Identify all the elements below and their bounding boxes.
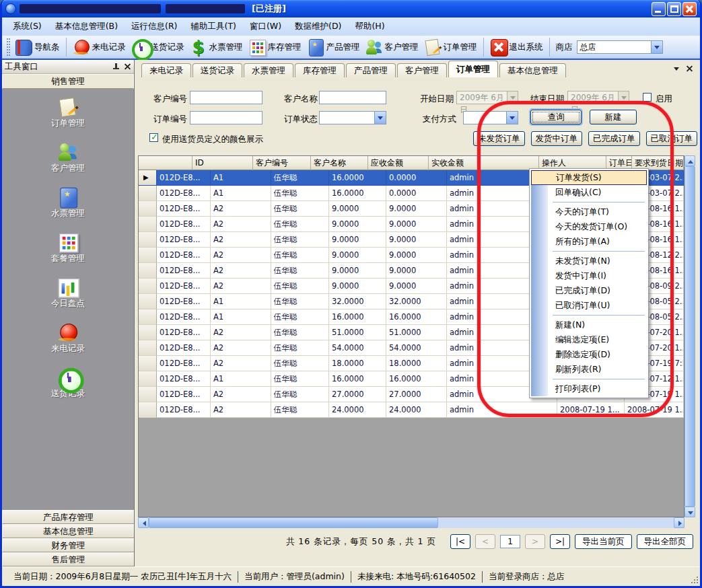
tab-close-icon[interactable] (686, 65, 693, 73)
context-menu-item[interactable] (531, 377, 647, 381)
sidebar-group-bar[interactable]: 售后管理 (2, 552, 134, 566)
close-button[interactable] (682, 2, 697, 16)
nav-bar-button[interactable]: 导航条 (12, 37, 63, 57)
tab-list-dropdown-icon[interactable] (674, 67, 679, 73)
pay-method-combobox[interactable] (463, 111, 518, 124)
context-menu-item[interactable]: 编辑选定项(E) (531, 332, 647, 347)
page-number-input[interactable] (500, 535, 520, 548)
sidebar-item[interactable]: 订单管理 (51, 98, 85, 129)
menubar-item[interactable]: 窗口(W) (243, 19, 288, 34)
menubar-item[interactable]: 基本信息管理(B) (48, 19, 125, 34)
toolbar-button[interactable]: 客户管理 (363, 37, 421, 57)
new-button[interactable]: 新建 (590, 110, 637, 124)
horizontal-scrollbar[interactable] (138, 517, 685, 528)
customer-name-input[interactable] (319, 91, 386, 104)
scroll-down-icon[interactable] (685, 507, 695, 517)
scroll-left-icon[interactable] (138, 517, 149, 528)
order-no-input[interactable] (190, 111, 262, 124)
pin-icon[interactable] (112, 63, 120, 71)
sidebar-item[interactable]: 来电记录 (51, 324, 85, 355)
end-date-picker[interactable]: 2009年 6月 8日 (567, 91, 629, 104)
query-button[interactable]: 查询 (530, 110, 582, 124)
status-filter-button[interactable]: 已完成订单 (588, 131, 640, 146)
minimize-button[interactable] (652, 2, 666, 16)
tab[interactable]: 客户管理 (397, 63, 447, 77)
row-selector-cell[interactable] (139, 356, 157, 371)
row-selector-cell[interactable] (139, 232, 157, 248)
row-selector-cell[interactable] (139, 309, 157, 325)
tab[interactable]: 送货记录 (192, 63, 242, 77)
status-filter-button[interactable]: 已取消订单 (646, 131, 698, 146)
next-page-button[interactable]: > (525, 534, 545, 549)
vertical-scrollbar-thumb[interactable] (685, 166, 695, 507)
menubar-item[interactable]: 数据维护(D) (288, 19, 348, 34)
toolbar-button[interactable]: 订单管理 (421, 37, 480, 57)
row-selector-cell[interactable] (139, 217, 157, 232)
row-selector-cell[interactable] (139, 325, 157, 340)
context-menu-item[interactable] (531, 200, 647, 205)
shop-combobox[interactable]: 总店 (577, 40, 663, 54)
context-menu-item[interactable]: 今天的订单(T) (531, 205, 647, 219)
tab[interactable]: 订单管理 (448, 61, 498, 77)
toolbar-button[interactable]: 水票管理 (187, 37, 246, 57)
maximize-button[interactable] (667, 2, 681, 16)
tab[interactable]: 来电记录 (141, 63, 191, 77)
table-header-cell[interactable]: ID (192, 156, 253, 170)
context-menu-item[interactable]: 新建(N) (531, 318, 647, 332)
scroll-right-icon[interactable] (674, 517, 685, 528)
context-menu-item[interactable]: 已完成订单(D) (531, 283, 647, 298)
horizontal-scrollbar-thumb[interactable] (149, 517, 438, 528)
sidebar-group-bar[interactable]: 基本信息管理 (2, 524, 134, 538)
sidebar-item[interactable]: 水票管理 (51, 188, 85, 219)
close-icon[interactable] (124, 63, 131, 71)
sidebar-item[interactable]: 客户管理 (51, 143, 85, 174)
last-page-button[interactable]: >| (550, 534, 570, 549)
toolbar-button[interactable]: 产品管理 (304, 37, 363, 57)
table-header-cell[interactable] (139, 156, 192, 170)
menubar-item[interactable]: 运行信息(R) (125, 19, 184, 34)
context-menu-item[interactable]: 打印列表(P) (531, 381, 647, 396)
toolbar-button[interactable]: 库存管理 (246, 37, 304, 57)
row-selector-cell[interactable] (139, 402, 157, 418)
color-display-checkbox[interactable] (149, 133, 158, 142)
row-selector-cell[interactable] (139, 371, 157, 387)
context-menu-item[interactable]: 订单发货(S) (531, 170, 647, 185)
tab[interactable]: 产品管理 (346, 63, 396, 77)
table-row[interactable]: 012D-E8... A2 伍华聪 24.0000 24.0000 admin … (139, 402, 684, 418)
menubar-item[interactable]: 帮助(H) (348, 19, 391, 34)
first-page-button[interactable]: |< (450, 534, 470, 549)
chevron-down-icon[interactable] (374, 112, 386, 124)
toolbar-button[interactable]: 送货记录 (129, 37, 187, 57)
vertical-scrollbar[interactable] (685, 155, 695, 517)
tab[interactable]: 库存管理 (295, 63, 345, 77)
customer-no-input[interactable] (190, 91, 262, 104)
toolbar-grip[interactable] (7, 38, 10, 56)
exit-system-button[interactable]: 退出系统 (487, 37, 546, 57)
sidebar-group-bar[interactable]: 财务管理 (2, 538, 134, 552)
row-selector-cell[interactable] (139, 170, 157, 186)
tab[interactable]: 基本信息管理 (499, 63, 566, 77)
row-selector-cell[interactable] (139, 201, 157, 217)
status-filter-button[interactable]: 发货中订单 (531, 131, 583, 146)
menubar-item[interactable]: 辅助工具(T) (184, 19, 243, 34)
start-date-picker[interactable]: 2009年 6月 8日 (456, 91, 518, 104)
sidebar-item[interactable]: 送货记录 (51, 369, 85, 400)
tab[interactable]: 水票管理 (244, 63, 293, 77)
context-menu-item[interactable] (531, 249, 647, 254)
export-current-page-button[interactable]: 导出当前页 (575, 534, 632, 549)
menubar-item[interactable]: 系统(S) (6, 19, 48, 34)
status-filter-button[interactable]: 未发货订单 (473, 131, 525, 146)
sidebar-item[interactable]: 套餐管理 (51, 233, 85, 264)
context-menu-item[interactable]: 今天的发货订单(O) (531, 219, 647, 234)
context-menu-item[interactable]: 删除选定项(D) (531, 347, 647, 362)
sidebar-group-sales[interactable]: 销售管理 (2, 74, 134, 89)
row-selector-cell[interactable] (139, 340, 157, 356)
chevron-down-icon[interactable] (506, 112, 518, 124)
context-menu-item[interactable]: 所有的订单(A) (531, 234, 647, 249)
row-selector-cell[interactable] (139, 294, 157, 309)
row-selector-cell[interactable] (139, 263, 157, 279)
sidebar-item[interactable]: 今日盘点 (51, 279, 85, 309)
table-header-cell[interactable]: 应收金额 (368, 156, 429, 170)
export-all-pages-button[interactable]: 导出全部页 (637, 534, 694, 549)
toolbar-button[interactable]: 来电记录 (70, 37, 129, 57)
